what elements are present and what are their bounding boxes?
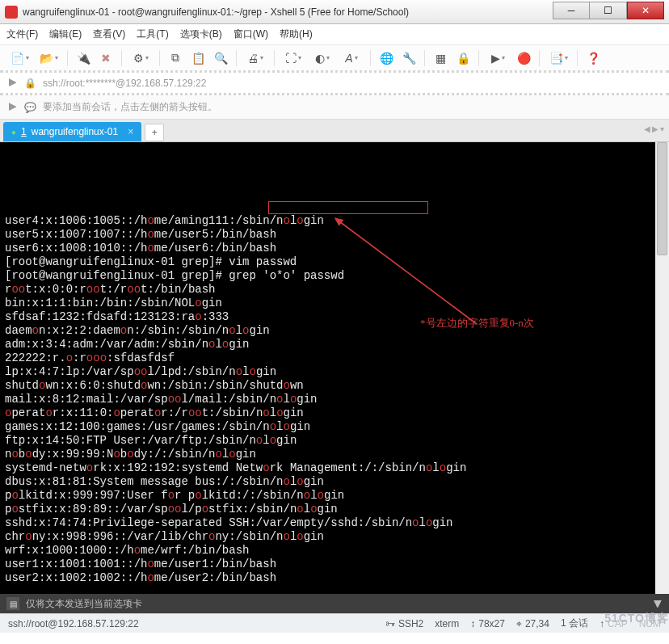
maximize-button[interactable]: ☐ [590,2,627,19]
status-dot-icon: ● [11,128,16,137]
send-command-bar: ▤ 仅将文本发送到当前选项卡 ⯆ [0,594,669,613]
annotation-highlight-box [268,201,428,214]
addr-drop-icon[interactable]: ⯈ [8,78,18,89]
menu-view[interactable]: 查看(V) [93,27,125,41]
annotation-text: *号左边的字符重复0-n次 [420,316,534,330]
send-mode-text: 仅将文本发送到当前选项卡 [26,597,142,611]
status-sessions: 1 会话 [561,617,588,630]
terminal-line: operator:x:11:0:operator:/root:/sbin/nol… [5,406,664,420]
address-bar: ⯈ 🔒 ssh://root:********@192.168.57.129:2… [0,73,669,95]
terminal-line: games:x:12:100:games:/usr/games:/sbin/no… [5,420,664,434]
terminal-line: user4:x:1006:1005::/home/aming111:/sbin/… [5,214,664,228]
terminal-line: ftp:x:14:50:FTP User:/var/ftp:/sbin/nolo… [5,434,664,448]
close-button[interactable]: ✕ [627,2,664,19]
terminal-line: root:x:0:0:root:/root:/bin/bash [5,283,664,297]
transparency-button[interactable]: ◐ [309,48,335,68]
terminal-output[interactable]: *号左边的字符重复0-n次 user4:x:1006:1005::/home/a… [0,142,669,594]
disconnect-button[interactable]: ✖ [96,48,116,68]
session-tab[interactable]: ● 1 wangruifenglinux-01 × [3,122,141,141]
menu-tools[interactable]: 工具(T) [137,27,168,41]
menubar: 文件(F) 编辑(E) 查看(V) 工具(T) 选项卡(B) 窗口(W) 帮助(… [0,24,669,45]
terminal-line: wrf:x:1000:1000::/home/wrf:/bin/bash [5,544,664,558]
terminal-line: lp:x:4:7:lp:/var/spool/lpd:/sbin/nologin [5,365,664,379]
terminal-line: user2:x:1002:1002::/home/user2:/bin/bash [5,571,664,585]
hint-arrow-icon[interactable]: ⯈ [8,102,18,113]
terminal-line: sfdsaf:1232:fdsafd:123123:rao:333 [5,310,664,324]
status-address: ssh://root@192.168.57.129:22 [8,618,139,629]
tile-button[interactable]: ▦ [431,48,450,68]
terminal-line: [root@wangruifenglinux-01 grep]# grep 'o… [5,269,664,283]
hint-text: 要添加当前会话，点击左侧的箭头按钮。 [43,100,217,114]
terminal-line: nobody:x:99:99:Nobody:/:/sbin/nologin [5,448,664,461]
window-title: wangruifenglinux-01 - root@wangruifengli… [23,6,553,18]
up-icon: ↑ [600,618,604,629]
menu-window[interactable]: 窗口(W) [234,27,268,41]
status-size: ↕78x27 [470,618,505,629]
terminal-line: user1:x:1001:1001::/home/user1:/bin/bash [5,558,664,571]
hint-icon: 💬 [24,102,36,113]
status-term: xterm [435,618,459,629]
terminal-line: polkitd:x:999:997:User for polkitd:/:/sb… [5,489,664,503]
address-text[interactable]: ssh://root:********@192.168.57.129:22 [43,78,206,89]
terminal-line: user5:x:1007:1007::/home/user5:/bin/bash [5,228,664,242]
terminal-line: mail:x:8:12:mail:/var/spool/mail:/sbin/n… [5,393,664,406]
xftp-button[interactable]: 🌐 [377,48,396,68]
status-bar: ssh://root@192.168.57.129:22 🗝SSH2 xterm… [0,613,669,633]
terminal-line: systemd-network:x:192:192:systemd Networ… [5,461,664,475]
size-icon: ↕ [470,618,475,629]
open-session-button[interactable]: 📂 [36,48,61,68]
record-button[interactable]: 🔴 [514,48,533,68]
tab-index: 1 [21,126,27,137]
menu-edit[interactable]: 编辑(E) [49,27,82,41]
tab-menu-icon[interactable]: ▾ [660,124,664,133]
terminal-line: postfix:x:89:89::/var/spool/postfix:/sbi… [5,503,664,516]
fullscreen-button[interactable]: ⛶ [280,48,306,68]
terminal-line: sshd:x:74:74:Privilege-separated SSH:/va… [5,516,664,530]
status-ssh: 🗝SSH2 [385,618,423,629]
properties-button[interactable]: ⚙ [128,48,154,68]
terminal-line: adm:x:3:4:adm:/var/adm:/sbin/nologin [5,338,664,351]
help-button[interactable]: ❓ [583,48,603,68]
terminal-line: daemon:x:2:2:daemon:/sbin:/sbin/nologin [5,324,664,338]
terminal-line: [root@wangruifenglinux-01 grep]# vim pas… [5,255,664,269]
menu-tabs[interactable]: 选项卡(B) [180,27,222,41]
menu-file[interactable]: 文件(F) [6,27,38,41]
script-button[interactable]: ▶ [485,48,511,68]
tab-scroll-right-icon[interactable]: ▶ [652,124,658,133]
tab-label: wangruifenglinux-01 [32,126,118,137]
terminal-line: dbus:x:81:81:System message bus:/:/sbin/… [5,475,664,489]
window-controls: ─ ☐ ✕ [553,5,664,19]
log-button[interactable]: 📑 [545,48,571,68]
tab-strip: ● 1 wangruifenglinux-01 × + ◀ ▶ ▾ [0,120,669,142]
minimize-button[interactable]: ─ [553,2,590,19]
print-button[interactable]: 🖨 [242,48,268,68]
tab-close-icon[interactable]: × [128,126,133,137]
watermark: 51CTO博客 [604,612,669,626]
find-button[interactable]: 🔍 [211,48,230,68]
terminal-line: chrony:x:998:996::/var/lib/chrony:/sbin/… [5,530,664,544]
terminal-line: user6:x:1008:1010::/home/user6:/bin/bash [5,242,664,255]
tab-scroll-left-icon[interactable]: ◀ [644,124,650,133]
ssh-icon: 🗝 [385,618,395,629]
send-mode-icon[interactable]: ▤ [6,597,19,610]
add-tab-button[interactable]: + [145,124,164,141]
terminal-line: 222222:r.o:rooo:sfdasfdsf [5,351,664,365]
app-icon [5,6,18,19]
menu-help[interactable]: 帮助(H) [280,27,313,41]
vertical-scrollbar[interactable] [655,142,669,594]
window-titlebar: wangruifenglinux-01 - root@wangruifengli… [0,0,669,24]
copy-button[interactable]: ⧉ [166,48,185,68]
lock-icon[interactable]: 🔒 [453,48,473,68]
send-dropdown-icon[interactable]: ⯆ [653,598,663,609]
terminal-line: bin:x:1:1:bin:/bin:/sbin/NOLogin [5,297,664,310]
lock-icon: 🔒 [24,78,36,89]
new-session-button[interactable]: 📄 [6,48,32,68]
reconnect-button[interactable]: 🔌 [74,48,93,68]
scrollbar-thumb[interactable] [657,142,667,255]
terminal-line: shutdown:x:6:0:shutdown:/sbin:/sbin/shut… [5,379,664,393]
font-button[interactable]: A [339,48,364,68]
cursor-icon: ⌖ [516,618,522,629]
tools-button[interactable]: 🔧 [399,48,419,68]
paste-button[interactable]: 📋 [188,48,208,68]
toolbar: 📄 📂 🔌 ✖ ⚙ ⧉ 📋 🔍 🖨 ⛶ ◐ A 🌐 🔧 ▦ 🔒 ▶ 🔴 📑 ❓ [0,45,669,73]
